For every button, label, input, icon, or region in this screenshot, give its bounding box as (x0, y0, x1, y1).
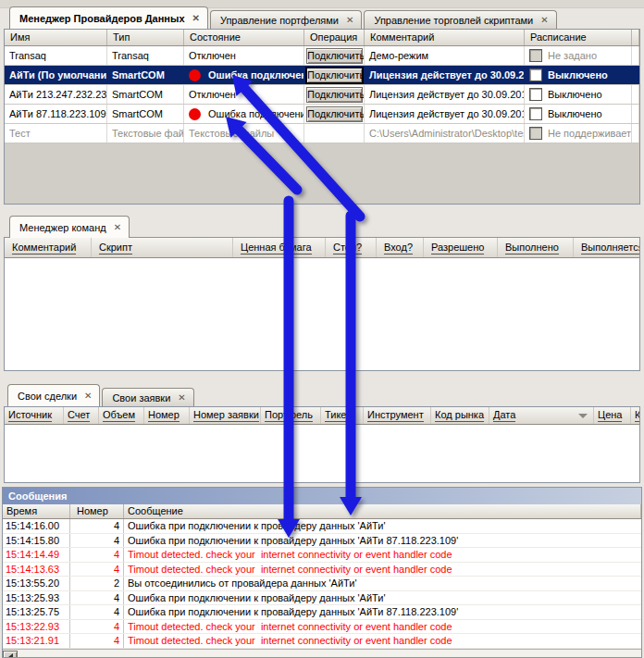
provider-state-cell: Ошибка подключения (184, 105, 304, 123)
column-header[interactable]: Номер заявки (190, 407, 261, 424)
close-icon[interactable] (346, 16, 353, 25)
column-header[interactable]: Операция (304, 30, 365, 45)
message-time: 15:14:13.63 (3, 563, 70, 577)
message-text: Ошибка при подключении к провайдеру данн… (124, 519, 641, 533)
message-text: Timout detected. check your internet con… (124, 620, 641, 634)
connect-button[interactable]: Подключить (306, 68, 363, 83)
message-text: Ошибка при подключении к провайдеру данн… (124, 534, 641, 548)
provider-state-cell: Отключен (184, 46, 304, 65)
column-header[interactable]: Цена (594, 407, 631, 424)
provider-extra-cell (632, 105, 639, 123)
column-header[interactable] (632, 30, 639, 45)
column-header[interactable]: Инструмент (364, 407, 431, 424)
column-header-message[interactable]: Сообщение (124, 504, 641, 518)
tab-commands-manager[interactable]: Менеджер команд (9, 216, 130, 238)
schedule-checkbox[interactable] (529, 127, 542, 140)
provider-row[interactable]: Transaq Transaq Отключен Подключить Демо… (5, 46, 639, 66)
column-header[interactable]: Портфель (261, 407, 321, 424)
column-header[interactable]: Комментарий (365, 30, 525, 45)
message-row[interactable]: 15:13:55.20 2 Вы отсоединились от провай… (3, 577, 641, 591)
column-header[interactable]: Комментарий (5, 238, 92, 257)
column-header[interactable]: Расписание (525, 30, 632, 45)
column-header[interactable]: Состояние (184, 30, 304, 45)
trades-tab[interactable]: Свои сделки (7, 384, 100, 406)
main-tab[interactable]: Управление портфелями (210, 10, 362, 29)
connect-button[interactable]: Подключить (306, 87, 363, 103)
provider-state-cell: Отключен (184, 85, 304, 104)
message-row[interactable]: 15:14:14.49 4 Timout detected. check you… (3, 548, 641, 563)
commands-header-row: Комментарий Скрипт Ценная бумага Стоп? В… (5, 238, 639, 258)
provider-comment-cell: Демо-режим (365, 46, 525, 65)
tab-label: Свои сделки (18, 391, 77, 402)
message-row[interactable]: 15:13:22.93 4 Timout detected. check you… (3, 620, 641, 635)
providers-header-row: ИмяТипСостояниеОперацияКомментарийРаспис… (5, 30, 639, 46)
provider-schedule-cell: Не поддерживается (525, 124, 632, 143)
column-header[interactable]: Выполнено (498, 238, 574, 257)
message-time: 15:14:14.49 (3, 548, 70, 562)
column-header[interactable]: Дата (489, 407, 594, 424)
message-number: 4 (70, 591, 124, 605)
column-header[interactable]: Тип (107, 30, 184, 45)
commands-manager-panel: Комментарий Скрипт Ценная бумага Стоп? В… (4, 237, 640, 371)
schedule-label: Не задано (548, 47, 597, 65)
column-header[interactable]: Скрипт (92, 238, 233, 257)
column-header[interactable]: Разрешено (424, 238, 498, 257)
provider-operation-cell: Подключить (304, 105, 365, 123)
column-header[interactable]: Ценная бумага (233, 238, 326, 257)
message-row[interactable]: 15:13:25.93 4 Ошибка при подключении к п… (3, 591, 641, 606)
message-time: 15:13:22.93 (3, 620, 70, 634)
provider-row[interactable]: АйТи (По умолчанию) SmartCOM Ошибка подк… (5, 66, 639, 85)
close-icon[interactable] (84, 391, 92, 401)
column-header[interactable]: Стоп? (326, 238, 377, 257)
message-row[interactable]: 15:13:21.91 4 Timout detected. check you… (3, 634, 641, 649)
main-tab[interactable]: Управление торговлей скриптами (364, 10, 556, 29)
provider-type-cell: SmartCOM (107, 85, 184, 104)
schedule-checkbox[interactable] (529, 49, 542, 62)
close-icon[interactable] (540, 16, 548, 25)
close-icon[interactable] (114, 223, 121, 232)
column-header[interactable]: Номер (144, 407, 190, 424)
horizontal-scrollbar[interactable] (3, 649, 641, 658)
column-header[interactable]: Код рынка (431, 407, 489, 424)
message-row[interactable]: 15:14:16.00 4 Ошибка при подключении к п… (3, 519, 641, 534)
column-header[interactable]: Тикер (321, 407, 364, 424)
provider-row[interactable]: Тест Текстовые файлы Текстовые файлы Под… (5, 124, 639, 143)
schedule-checkbox[interactable] (529, 88, 542, 101)
schedule-checkbox[interactable] (529, 107, 542, 120)
provider-operation-cell: Подключить (304, 124, 365, 143)
provider-extra-cell (632, 66, 639, 84)
column-header[interactable]: Выполняется (574, 238, 640, 257)
main-tab[interactable]: Менеджер Провайдеров Данных (9, 6, 208, 29)
messages-rows: 15:14:16.00 4 Ошибка при подключении к п… (3, 519, 641, 649)
column-header-number[interactable]: Номер (70, 504, 124, 518)
column-header[interactable]: Источник (5, 407, 64, 424)
schedule-label: Не поддерживается (548, 125, 632, 143)
provider-name-cell: АйТи (По умолчанию) (5, 66, 107, 84)
scroll-left-button[interactable] (3, 651, 18, 658)
connection-error-icon (189, 69, 201, 81)
provider-type-cell: SmartCOM (107, 105, 184, 123)
column-header[interactable]: Счет (64, 407, 99, 424)
column-header[interactable]: Имя (5, 30, 107, 45)
column-header[interactable]: Вход? (377, 238, 424, 257)
commands-tabbar: Менеджер команд (9, 217, 130, 238)
message-row[interactable]: 15:14:13.63 4 Timout detected. check you… (3, 563, 641, 577)
schedule-checkbox[interactable] (529, 68, 542, 81)
message-number: 4 (70, 605, 124, 619)
provider-extra-cell (632, 124, 639, 143)
provider-comment-cell: Лицензия действует до 30.09.2011 (365, 105, 525, 123)
trades-tab[interactable]: Свои заявки (102, 388, 193, 406)
provider-row[interactable]: АйТи 213.247.232.238 SmartCOM Отключен П… (5, 85, 639, 105)
close-icon[interactable] (192, 14, 200, 23)
connect-button[interactable]: Подключить (306, 106, 363, 122)
provider-row[interactable]: АйТи 87.118.223.109 SmartCOM Ошибка подк… (5, 105, 639, 124)
message-row[interactable]: 15:13:25.75 4 Ошибка при подключении к п… (3, 605, 641, 620)
message-row[interactable]: 15:14:15.80 4 Ошибка при подключении к п… (3, 534, 641, 549)
schedule-label: Выключено (548, 86, 602, 104)
close-icon[interactable] (178, 393, 185, 403)
arrow-left-icon (8, 653, 13, 658)
column-header-time[interactable]: Время (3, 504, 70, 518)
column-header[interactable]: Ко (631, 407, 640, 424)
connect-button[interactable]: Подключить (306, 48, 363, 64)
column-header[interactable]: Объем (99, 407, 144, 424)
